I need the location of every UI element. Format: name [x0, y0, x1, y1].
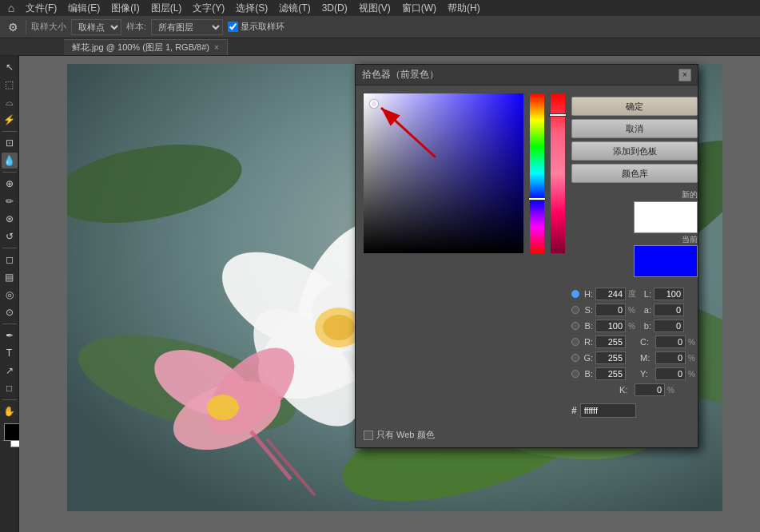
- menu-image[interactable]: 图像(I): [106, 0, 144, 17]
- h-radio[interactable]: [571, 290, 579, 298]
- menu-select[interactable]: 选择(S): [231, 0, 273, 17]
- preview-new-color: [634, 201, 698, 233]
- sample-size-select[interactable]: 取样点: [71, 19, 121, 35]
- r-input[interactable]: [595, 335, 626, 348]
- menu-filter[interactable]: 滤镜(T): [274, 0, 315, 17]
- tool-history-brush[interactable]: ↺: [2, 228, 18, 244]
- y-label: Y:: [640, 369, 653, 379]
- current-label: 当前: [682, 234, 698, 245]
- menu-help[interactable]: 帮助(H): [443, 0, 485, 17]
- tool-brush[interactable]: ✏: [2, 193, 18, 209]
- show-ring-checkbox[interactable]: [228, 22, 238, 32]
- web-only-label: 只有 Web 颜色: [376, 429, 435, 441]
- s-unit: %: [628, 306, 638, 315]
- tool-text[interactable]: T: [2, 345, 18, 361]
- tabbar: 鲜花.jpg @ 100% (图层 1, RGB/8#) ×: [0, 38, 760, 56]
- r-label: R:: [582, 337, 593, 347]
- tool-move[interactable]: ↖: [2, 59, 18, 75]
- add-to-palette-button[interactable]: 添加到色板: [571, 141, 698, 161]
- tool-eraser[interactable]: ◻: [2, 252, 18, 268]
- h-unit: 度: [628, 288, 638, 300]
- menu-layer[interactable]: 图层(L): [146, 0, 187, 17]
- dialog-close-button[interactable]: ×: [678, 69, 691, 81]
- tool-shape[interactable]: □: [2, 380, 18, 396]
- r-radio[interactable]: [571, 338, 579, 346]
- menu-edit[interactable]: 编辑(E): [63, 0, 105, 17]
- a-input[interactable]: [654, 304, 684, 316]
- tab-flower[interactable]: 鲜花.jpg @ 100% (图层 1, RGB/8#) ×: [64, 39, 228, 55]
- s-radio[interactable]: [571, 306, 579, 314]
- k-input[interactable]: [635, 383, 665, 396]
- preview-current-color: [634, 245, 698, 277]
- menu-window[interactable]: 窗口(W): [397, 0, 441, 17]
- s-input[interactable]: [595, 304, 626, 316]
- tool-separator-3: [2, 248, 17, 248]
- b3-input[interactable]: [595, 367, 626, 380]
- k-unit: %: [667, 386, 677, 395]
- g-input[interactable]: [595, 351, 626, 364]
- l-label: L:: [640, 289, 651, 299]
- opacity-slider[interactable]: [551, 93, 565, 253]
- menu-view[interactable]: 视图(V): [354, 0, 396, 17]
- tool-select-rect[interactable]: ⬚: [2, 77, 18, 93]
- b2-input[interactable]: [654, 320, 684, 332]
- sample-label: 样本:: [126, 21, 146, 33]
- b2-label: b:: [640, 321, 651, 331]
- hue-slider[interactable]: [530, 93, 544, 253]
- preview-area: 新的 当前: [571, 189, 698, 277]
- color-inputs: H: 度 L: S: % a:: [571, 287, 698, 397]
- r-c-row: R: C: %: [571, 335, 698, 349]
- color-library-button[interactable]: 颜色库: [571, 164, 698, 183]
- c-unit: %: [688, 338, 698, 347]
- tool-pen[interactable]: ✒: [2, 328, 18, 343]
- hex-row: #: [571, 403, 698, 418]
- l-input[interactable]: [654, 288, 684, 300]
- tool-clone[interactable]: ⊛: [2, 211, 18, 227]
- y-input[interactable]: [655, 367, 686, 380]
- tool-gradient[interactable]: ▤: [2, 269, 18, 285]
- h-input[interactable]: [595, 288, 626, 300]
- b-b2-row: B: % b:: [571, 319, 698, 333]
- tool-eyedropper[interactable]: 💧: [2, 153, 18, 169]
- tool-lasso[interactable]: ⌓: [2, 94, 18, 110]
- menu-3d[interactable]: 3D(D): [317, 1, 352, 15]
- b-input[interactable]: [595, 320, 626, 332]
- m-unit: %: [688, 354, 698, 363]
- menu-text[interactable]: 文字(Y): [188, 0, 229, 17]
- main-area: ↖ ⬚ ⌓ ⚡ ⊡ 💧 ⊕ ✏ ⊛ ↺ ◻ ▤ ◎ ⊙ ✒ T ↗ □ ✋ 🔍: [0, 56, 760, 532]
- home-icon[interactable]: ⌂: [3, 0, 19, 16]
- tab-close-icon[interactable]: ×: [214, 43, 219, 52]
- tool-hand[interactable]: ✋: [2, 403, 18, 419]
- sample-size-label: 取样大小: [31, 21, 66, 33]
- color-gradient-picker[interactable]: [364, 93, 523, 253]
- s-label: S:: [582, 305, 593, 315]
- sample-layer-select[interactable]: 所有图层: [151, 19, 223, 35]
- svg-point-15: [207, 395, 239, 420]
- color-square[interactable]: [364, 93, 523, 253]
- g-radio[interactable]: [571, 354, 579, 362]
- c-input[interactable]: [655, 335, 686, 348]
- g-m-row: G: M: %: [571, 351, 698, 365]
- tool-crop[interactable]: ⊡: [2, 135, 18, 151]
- cancel-button[interactable]: 取消: [571, 119, 698, 138]
- dialog-titlebar: 拾色器（前景色） ×: [356, 65, 698, 85]
- web-only-checkbox[interactable]: [364, 431, 373, 440]
- confirm-button[interactable]: 确定: [571, 97, 698, 116]
- tool-blur[interactable]: ◎: [2, 287, 18, 303]
- tool-heal[interactable]: ⊕: [2, 176, 18, 192]
- b3-radio[interactable]: [571, 370, 579, 378]
- hex-input[interactable]: [580, 403, 636, 418]
- tool-path-select[interactable]: ↗: [2, 363, 18, 379]
- k-row: K: %: [571, 383, 698, 397]
- y-unit: %: [688, 370, 698, 379]
- hue-gradient[interactable]: [530, 93, 544, 253]
- m-input[interactable]: [655, 351, 686, 364]
- tool-options-icon[interactable]: ⚙: [5, 19, 21, 35]
- menu-file[interactable]: 文件(F): [21, 0, 62, 17]
- new-label: 新的: [682, 189, 698, 200]
- tool-wand[interactable]: ⚡: [2, 112, 18, 128]
- b-radio[interactable]: [571, 322, 579, 330]
- s-a-row: S: % a:: [571, 303, 698, 317]
- tool-dodge[interactable]: ⊙: [2, 304, 18, 320]
- tool-separator-4: [2, 324, 17, 324]
